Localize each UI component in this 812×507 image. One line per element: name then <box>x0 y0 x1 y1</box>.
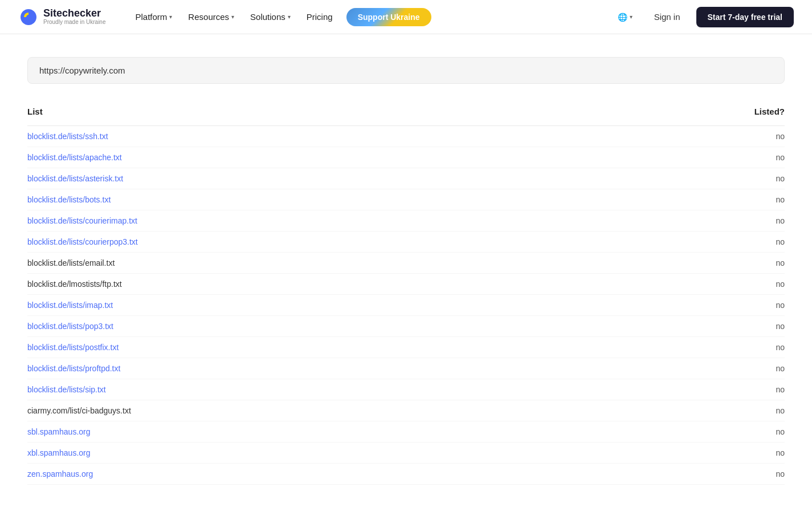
listed-cell: no <box>621 421 785 443</box>
list-cell: blocklist.de/lists/pop3.txt <box>27 316 621 337</box>
start-trial-button[interactable]: Start 7-day free trial <box>696 7 794 27</box>
logo-icon <box>18 7 39 27</box>
list-cell: blocklist.de/lists/apache.txt <box>27 147 621 168</box>
list-cell: blocklist.de/lists/bots.txt <box>27 189 621 210</box>
list-link[interactable]: blocklist.de/lists/apache.txt <box>27 153 122 162</box>
list-link[interactable]: blocklist.de/lists/asterisk.txt <box>27 174 123 183</box>
list-link[interactable]: zen.spamhaus.org <box>27 469 93 478</box>
logo-subtitle: Proudly made in Ukraine <box>43 19 106 26</box>
list-cell: blocklist.de/lists/proftpd.txt <box>27 358 621 379</box>
table-row: blocklist.de/lists/courierpop3.txtno <box>27 232 785 253</box>
nav-pricing[interactable]: Pricing <box>300 7 340 26</box>
main-content: https://copywritely.com List Listed? blo… <box>0 34 812 507</box>
navbar: Sitechecker Proudly made in Ukraine Plat… <box>0 0 812 34</box>
listed-cell: no <box>621 316 785 337</box>
table-body: blocklist.de/lists/ssh.txtnoblocklist.de… <box>27 126 785 485</box>
list-link[interactable]: blocklist.de/lists/bots.txt <box>27 195 111 204</box>
logo-title: Sitechecker <box>43 8 106 19</box>
list-cell: blocklist.de/lists/ssh.txt <box>27 126 621 147</box>
list-link[interactable]: blocklist.de/lists/imap.txt <box>27 301 113 310</box>
col-list-header: List <box>27 102 621 126</box>
nav-right: 🌐 ▾ Sign in Start 7-day free trial <box>612 7 794 27</box>
list-link[interactable]: blocklist.de/lists/sip.txt <box>27 385 106 394</box>
list-link[interactable]: blocklist.de/lists/proftpd.txt <box>27 364 120 373</box>
table-row: blocklist.de/lists/pop3.txtno <box>27 316 785 337</box>
nav-links: Platform ▾ Resources ▾ Solutions ▾ Prici… <box>129 7 612 26</box>
sign-in-button[interactable]: Sign in <box>645 7 689 26</box>
list-cell: blocklist.de/lists/courierimap.txt <box>27 210 621 232</box>
table-row: blocklist.de/lists/sip.txtno <box>27 379 785 400</box>
blocklist-table: List Listed? blocklist.de/lists/ssh.txtn… <box>27 102 785 485</box>
listed-cell: no <box>621 464 785 485</box>
language-chevron-icon: ▾ <box>630 14 633 20</box>
table-row: zen.spamhaus.orgno <box>27 464 785 485</box>
listed-cell: no <box>621 253 785 274</box>
list-link[interactable]: blocklist.de/lists/ssh.txt <box>27 132 108 141</box>
listed-cell: no <box>621 210 785 232</box>
list-cell: blocklist.de/lists/sip.txt <box>27 379 621 400</box>
logo[interactable]: Sitechecker Proudly made in Ukraine <box>18 7 106 27</box>
table-row: blocklist.de/lists/bots.txtno <box>27 189 785 210</box>
listed-cell: no <box>621 379 785 400</box>
list-cell: ciarmy.com/list/ci-badguys.txt <box>27 400 621 421</box>
list-cell: blocklist.de/lmostists/ftp.txt <box>27 274 621 295</box>
list-link[interactable]: xbl.spamhaus.org <box>27 448 91 457</box>
globe-icon: 🌐 <box>618 13 627 22</box>
listed-cell: no <box>621 400 785 421</box>
list-cell: sbl.spamhaus.org <box>27 421 621 443</box>
table-row: blocklist.de/lists/email.txtno <box>27 253 785 274</box>
table-row: blocklist.de/lists/asterisk.txtno <box>27 168 785 189</box>
list-cell: blocklist.de/lists/postfix.txt <box>27 337 621 358</box>
listed-cell: no <box>621 443 785 464</box>
listed-cell: no <box>621 295 785 316</box>
table-row: blocklist.de/lists/apache.txtno <box>27 147 785 168</box>
list-link[interactable]: blocklist.de/lists/courierimap.txt <box>27 216 137 225</box>
list-link[interactable]: blocklist.de/lists/courierpop3.txt <box>27 237 138 246</box>
table-row: xbl.spamhaus.orgno <box>27 443 785 464</box>
list-cell: blocklist.de/lists/imap.txt <box>27 295 621 316</box>
table-row: blocklist.de/lmostists/ftp.txtno <box>27 274 785 295</box>
table-header: List Listed? <box>27 102 785 126</box>
logo-text: Sitechecker Proudly made in Ukraine <box>43 8 106 26</box>
listed-cell: no <box>621 358 785 379</box>
col-listed-header: Listed? <box>621 102 785 126</box>
table-row: blocklist.de/lists/ssh.txtno <box>27 126 785 147</box>
listed-cell: no <box>621 274 785 295</box>
table-row: ciarmy.com/list/ci-badguys.txtno <box>27 400 785 421</box>
listed-cell: no <box>621 189 785 210</box>
list-cell: xbl.spamhaus.org <box>27 443 621 464</box>
solutions-chevron-icon: ▾ <box>288 14 291 20</box>
list-link[interactable]: blocklist.de/lists/pop3.txt <box>27 322 113 331</box>
url-bar: https://copywritely.com <box>27 57 785 84</box>
list-cell: blocklist.de/lists/email.txt <box>27 253 621 274</box>
listed-cell: no <box>621 126 785 147</box>
platform-chevron-icon: ▾ <box>169 14 172 20</box>
list-link[interactable]: blocklist.de/lists/postfix.txt <box>27 343 119 352</box>
language-selector[interactable]: 🌐 ▾ <box>612 9 638 25</box>
table-row: blocklist.de/lists/proftpd.txtno <box>27 358 785 379</box>
list-cell: zen.spamhaus.org <box>27 464 621 485</box>
table-row: sbl.spamhaus.orgno <box>27 421 785 443</box>
nav-resources[interactable]: Resources ▾ <box>181 7 241 26</box>
table-row: blocklist.de/lists/courierimap.txtno <box>27 210 785 232</box>
listed-cell: no <box>621 337 785 358</box>
list-link[interactable]: sbl.spamhaus.org <box>27 427 91 436</box>
nav-platform[interactable]: Platform ▾ <box>129 7 179 26</box>
list-cell: blocklist.de/lists/courierpop3.txt <box>27 232 621 253</box>
list-cell: blocklist.de/lists/asterisk.txt <box>27 168 621 189</box>
resources-chevron-icon: ▾ <box>231 14 234 20</box>
listed-cell: no <box>621 232 785 253</box>
listed-cell: no <box>621 168 785 189</box>
table-row: blocklist.de/lists/postfix.txtno <box>27 337 785 358</box>
ukraine-support-button[interactable]: Support Ukraine <box>346 8 431 26</box>
listed-cell: no <box>621 147 785 168</box>
table-row: blocklist.de/lists/imap.txtno <box>27 295 785 316</box>
nav-solutions[interactable]: Solutions ▾ <box>243 7 297 26</box>
